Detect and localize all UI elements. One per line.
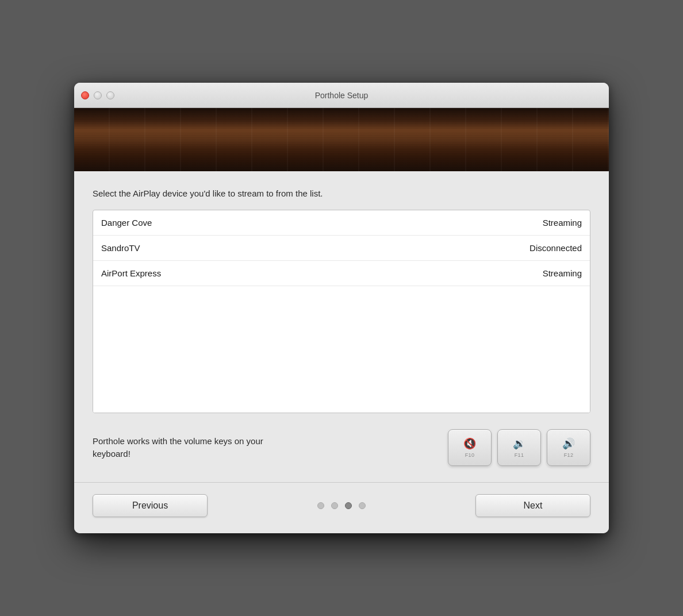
key-f10-label: F10	[465, 452, 474, 458]
close-button[interactable]	[81, 91, 89, 99]
divider	[74, 482, 609, 483]
volume-down-icon: 🔉	[513, 437, 525, 450]
device-status-sandrotv: Disconnected	[529, 243, 582, 253]
key-f10[interactable]: 🔇 F10	[448, 429, 492, 466]
content-area: Select the AirPlay device you'd like to …	[74, 171, 609, 533]
device-name-airport-express: AirPort Express	[101, 268, 161, 278]
page-dot-1	[317, 502, 324, 509]
device-row[interactable]: SandroTV Disconnected	[93, 236, 590, 261]
page-dots	[317, 502, 366, 509]
volume-hint-text: Porthole works with the volume keys on y…	[93, 435, 288, 461]
device-status-danger-cove: Streaming	[543, 218, 582, 228]
key-buttons: 🔇 F10 🔉 F11 🔊 F12	[448, 429, 590, 466]
device-row[interactable]: AirPort Express Streaming	[93, 261, 590, 286]
device-status-airport-express: Streaming	[543, 268, 582, 278]
key-f11[interactable]: 🔉 F11	[497, 429, 541, 466]
device-row[interactable]: Danger Cove Streaming	[93, 210, 590, 236]
wood-banner	[74, 108, 609, 171]
title-bar: Porthole Setup	[74, 83, 609, 108]
volume-section: Porthole works with the volume keys on y…	[93, 429, 590, 466]
next-button[interactable]: Next	[475, 494, 590, 517]
page-dot-4	[359, 502, 366, 509]
key-f12[interactable]: 🔊 F12	[547, 429, 590, 466]
window-title: Porthole Setup	[315, 91, 369, 100]
device-name-danger-cove: Danger Cove	[101, 218, 152, 228]
volume-up-icon: 🔊	[562, 437, 575, 450]
instruction-text: Select the AirPlay device you'd like to …	[93, 187, 590, 199]
maximize-button[interactable]	[106, 91, 114, 99]
main-window: Porthole Setup Select the AirPlay device…	[74, 83, 609, 533]
traffic-lights	[81, 91, 114, 99]
key-f12-label: F12	[564, 452, 573, 458]
previous-button[interactable]: Previous	[93, 494, 208, 517]
volume-mute-icon: 🔇	[463, 437, 476, 450]
page-dot-2	[331, 502, 338, 509]
device-name-sandrotv: SandroTV	[101, 243, 140, 253]
bottom-nav: Previous Next	[93, 494, 590, 519]
minimize-button[interactable]	[94, 91, 102, 99]
page-dot-3	[345, 502, 352, 509]
device-list: Danger Cove Streaming SandroTV Disconnec…	[93, 210, 590, 413]
device-list-spacer	[93, 286, 590, 413]
key-f11-label: F11	[515, 452, 524, 458]
